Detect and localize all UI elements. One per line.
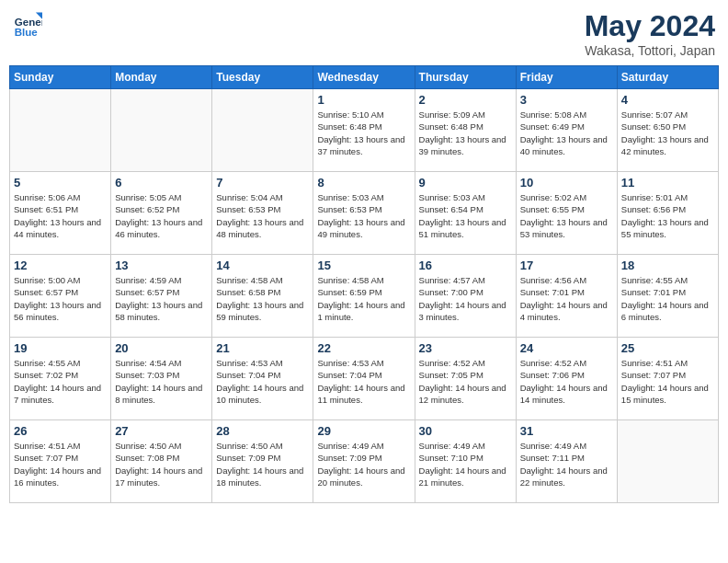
calendar-day-26: 26Sunrise: 4:51 AM Sunset: 7:07 PM Dayli… <box>10 420 111 503</box>
day-number: 1 <box>317 93 410 107</box>
day-number: 17 <box>520 259 613 272</box>
day-info: Sunrise: 4:59 AM Sunset: 6:57 PM Dayligh… <box>115 274 208 323</box>
day-number: 30 <box>419 424 512 438</box>
title-area: May 2024 Wakasa, Tottori, Japan <box>585 9 715 58</box>
weekday-header-friday: Friday <box>516 66 617 89</box>
day-number: 4 <box>621 93 714 107</box>
day-info: Sunrise: 5:09 AM Sunset: 6:48 PM Dayligh… <box>419 109 512 157</box>
calendar-day-14: 14Sunrise: 4:58 AM Sunset: 6:58 PM Dayli… <box>212 255 313 338</box>
calendar-day-23: 23Sunrise: 4:52 AM Sunset: 7:05 PM Dayli… <box>415 338 516 420</box>
day-info: Sunrise: 4:49 AM Sunset: 7:10 PM Dayligh… <box>419 440 512 488</box>
calendar-day-30: 30Sunrise: 4:49 AM Sunset: 7:10 PM Dayli… <box>415 420 516 503</box>
day-info: Sunrise: 4:51 AM Sunset: 7:07 PM Dayligh… <box>14 440 107 488</box>
day-number: 16 <box>419 259 512 272</box>
day-info: Sunrise: 5:02 AM Sunset: 6:55 PM Dayligh… <box>520 191 613 240</box>
calendar-day-13: 13Sunrise: 4:59 AM Sunset: 6:57 PM Dayli… <box>111 255 212 338</box>
logo-icon: General Blue <box>13 9 42 39</box>
calendar-day-31: 31Sunrise: 4:49 AM Sunset: 7:11 PM Dayli… <box>516 420 617 503</box>
calendar-day-1: 1Sunrise: 5:10 AM Sunset: 6:48 PM Daylig… <box>313 89 415 172</box>
calendar-week-row: 12Sunrise: 5:00 AM Sunset: 6:57 PM Dayli… <box>10 255 719 338</box>
day-info: Sunrise: 4:51 AM Sunset: 7:07 PM Dayligh… <box>621 357 714 406</box>
calendar-week-row: 1Sunrise: 5:10 AM Sunset: 6:48 PM Daylig… <box>10 89 719 172</box>
day-number: 25 <box>621 341 714 355</box>
calendar-day-11: 11Sunrise: 5:01 AM Sunset: 6:56 PM Dayli… <box>617 172 718 255</box>
calendar-day-7: 7Sunrise: 5:04 AM Sunset: 6:53 PM Daylig… <box>212 172 313 255</box>
day-info: Sunrise: 5:04 AM Sunset: 6:53 PM Dayligh… <box>216 191 309 240</box>
weekday-header-monday: Monday <box>111 66 212 89</box>
weekday-header-saturday: Saturday <box>617 66 718 89</box>
day-number: 31 <box>520 424 613 438</box>
day-number: 14 <box>216 259 309 272</box>
svg-text:General: General <box>15 17 42 28</box>
day-number: 24 <box>520 341 613 355</box>
day-info: Sunrise: 4:55 AM Sunset: 7:01 PM Dayligh… <box>621 274 714 323</box>
calendar-day-16: 16Sunrise: 4:57 AM Sunset: 7:00 PM Dayli… <box>415 255 516 338</box>
calendar-week-row: 26Sunrise: 4:51 AM Sunset: 7:07 PM Dayli… <box>10 420 719 503</box>
calendar-empty-cell <box>617 420 718 503</box>
calendar-day-20: 20Sunrise: 4:54 AM Sunset: 7:03 PM Dayli… <box>111 338 212 420</box>
day-info: Sunrise: 5:03 AM Sunset: 6:53 PM Dayligh… <box>317 191 410 240</box>
day-number: 12 <box>14 259 107 272</box>
day-info: Sunrise: 4:50 AM Sunset: 7:08 PM Dayligh… <box>115 440 208 488</box>
day-info: Sunrise: 4:53 AM Sunset: 7:04 PM Dayligh… <box>317 357 410 406</box>
day-info: Sunrise: 4:54 AM Sunset: 7:03 PM Dayligh… <box>115 357 208 406</box>
calendar-day-24: 24Sunrise: 4:52 AM Sunset: 7:06 PM Dayli… <box>516 338 617 420</box>
day-info: Sunrise: 4:56 AM Sunset: 7:01 PM Dayligh… <box>520 274 613 323</box>
day-number: 18 <box>621 259 714 272</box>
day-number: 13 <box>115 259 208 272</box>
calendar-day-27: 27Sunrise: 4:50 AM Sunset: 7:08 PM Dayli… <box>111 420 212 503</box>
day-number: 9 <box>419 176 512 190</box>
day-number: 28 <box>216 424 309 438</box>
calendar-day-9: 9Sunrise: 5:03 AM Sunset: 6:54 PM Daylig… <box>415 172 516 255</box>
day-number: 29 <box>317 424 410 438</box>
day-number: 20 <box>115 341 208 355</box>
calendar-day-4: 4Sunrise: 5:07 AM Sunset: 6:50 PM Daylig… <box>617 89 718 172</box>
calendar-day-29: 29Sunrise: 4:49 AM Sunset: 7:09 PM Dayli… <box>313 420 415 503</box>
calendar-day-18: 18Sunrise: 4:55 AM Sunset: 7:01 PM Dayli… <box>617 255 718 338</box>
calendar-day-3: 3Sunrise: 5:08 AM Sunset: 6:49 PM Daylig… <box>516 89 617 172</box>
day-info: Sunrise: 5:00 AM Sunset: 6:57 PM Dayligh… <box>14 274 107 323</box>
calendar-day-22: 22Sunrise: 4:53 AM Sunset: 7:04 PM Dayli… <box>313 338 415 420</box>
month-title: May 2024 <box>585 9 715 43</box>
svg-text:Blue: Blue <box>15 27 39 38</box>
weekday-header-wednesday: Wednesday <box>313 66 415 89</box>
day-number: 5 <box>14 176 107 190</box>
day-info: Sunrise: 4:53 AM Sunset: 7:04 PM Dayligh… <box>216 357 309 406</box>
day-info: Sunrise: 4:49 AM Sunset: 7:09 PM Dayligh… <box>317 440 410 488</box>
calendar-week-row: 5Sunrise: 5:06 AM Sunset: 6:51 PM Daylig… <box>10 172 719 255</box>
calendar-empty-cell <box>10 89 111 172</box>
day-info: Sunrise: 5:05 AM Sunset: 6:52 PM Dayligh… <box>115 191 208 240</box>
day-number: 22 <box>317 341 410 355</box>
weekday-header-tuesday: Tuesday <box>212 66 313 89</box>
weekday-header-sunday: Sunday <box>10 66 111 89</box>
day-info: Sunrise: 5:01 AM Sunset: 6:56 PM Dayligh… <box>621 191 714 240</box>
calendar-day-5: 5Sunrise: 5:06 AM Sunset: 6:51 PM Daylig… <box>10 172 111 255</box>
day-info: Sunrise: 4:55 AM Sunset: 7:02 PM Dayligh… <box>14 357 107 406</box>
day-number: 26 <box>14 424 107 438</box>
day-info: Sunrise: 4:52 AM Sunset: 7:06 PM Dayligh… <box>520 357 613 406</box>
weekday-header-row: SundayMondayTuesdayWednesdayThursdayFrid… <box>10 66 719 89</box>
day-number: 19 <box>14 341 107 355</box>
day-number: 27 <box>115 424 208 438</box>
day-info: Sunrise: 5:10 AM Sunset: 6:48 PM Dayligh… <box>317 109 410 157</box>
calendar-empty-cell <box>111 89 212 172</box>
day-number: 3 <box>520 93 613 107</box>
location: Wakasa, Tottori, Japan <box>585 43 715 58</box>
day-info: Sunrise: 5:07 AM Sunset: 6:50 PM Dayligh… <box>621 109 714 157</box>
day-info: Sunrise: 4:58 AM Sunset: 6:58 PM Dayligh… <box>216 274 309 323</box>
day-number: 23 <box>419 341 512 355</box>
day-info: Sunrise: 5:08 AM Sunset: 6:49 PM Dayligh… <box>520 109 613 157</box>
calendar-day-17: 17Sunrise: 4:56 AM Sunset: 7:01 PM Dayli… <box>516 255 617 338</box>
calendar-day-19: 19Sunrise: 4:55 AM Sunset: 7:02 PM Dayli… <box>10 338 111 420</box>
calendar-table: SundayMondayTuesdayWednesdayThursdayFrid… <box>9 65 719 503</box>
day-number: 11 <box>621 176 714 190</box>
day-info: Sunrise: 4:50 AM Sunset: 7:09 PM Dayligh… <box>216 440 309 488</box>
day-number: 6 <box>115 176 208 190</box>
calendar-week-row: 19Sunrise: 4:55 AM Sunset: 7:02 PM Dayli… <box>10 338 719 420</box>
day-number: 7 <box>216 176 309 190</box>
day-info: Sunrise: 5:03 AM Sunset: 6:54 PM Dayligh… <box>419 191 512 240</box>
calendar-day-8: 8Sunrise: 5:03 AM Sunset: 6:53 PM Daylig… <box>313 172 415 255</box>
calendar-day-6: 6Sunrise: 5:05 AM Sunset: 6:52 PM Daylig… <box>111 172 212 255</box>
calendar-day-2: 2Sunrise: 5:09 AM Sunset: 6:48 PM Daylig… <box>415 89 516 172</box>
day-info: Sunrise: 4:58 AM Sunset: 6:59 PM Dayligh… <box>317 274 410 323</box>
